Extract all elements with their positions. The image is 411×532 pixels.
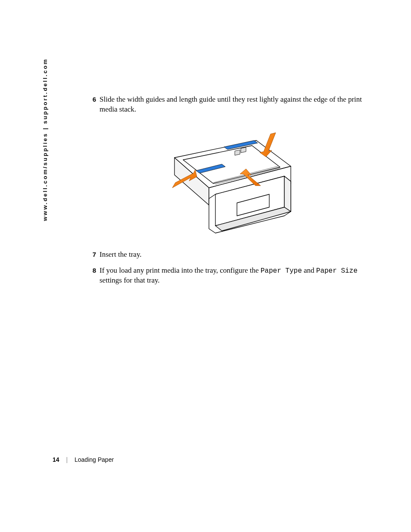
step-8-post: settings for that tray. — [100, 276, 160, 284]
step-8-pre: If you load any print media into the tra… — [100, 266, 261, 274]
page-footer: 14 | Loading Paper — [53, 456, 114, 463]
step-8-mono-1: Paper Type — [261, 267, 302, 275]
step-8-text: If you load any print media into the tra… — [96, 266, 373, 286]
step-6: 6 Slide the width guides and length guid… — [84, 95, 373, 115]
step-6-number: 6 — [84, 95, 96, 104]
step-7-number: 7 — [84, 250, 96, 259]
section-title: Loading Paper — [75, 456, 114, 463]
figure-container — [84, 123, 373, 237]
content-area: 6 Slide the width guides and length guid… — [84, 95, 373, 289]
step-8-mid: and — [302, 266, 316, 274]
step-6-text: Slide the width guides and length guide … — [96, 95, 373, 115]
document-page: www.dell.com/supplies | support.dell.com… — [0, 0, 411, 532]
page-number: 14 — [53, 456, 59, 463]
step-8: 8 If you load any print media into the t… — [84, 266, 373, 286]
step-8-mono-2: Paper Size — [316, 267, 358, 275]
paper-tray-illustration — [149, 123, 308, 237]
footer-separator: | — [66, 456, 68, 463]
svg-rect-0 — [235, 150, 240, 156]
svg-rect-1 — [241, 147, 246, 153]
side-url-text: www.dell.com/supplies | support.dell.com — [42, 58, 48, 221]
step-7-text: Insert the tray. — [96, 250, 142, 260]
step-8-number: 8 — [84, 266, 96, 275]
step-7: 7 Insert the tray. — [84, 250, 373, 260]
